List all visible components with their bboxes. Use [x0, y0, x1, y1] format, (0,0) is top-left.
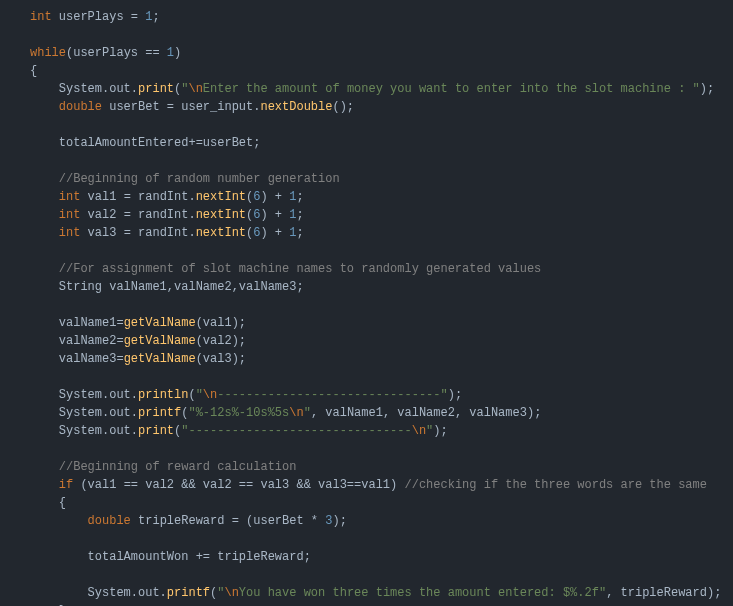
- code-line: int val1 = randInt.nextInt(6) + 1;: [30, 190, 304, 204]
- code-line: System.out.printf("\nYou have won three …: [30, 586, 721, 600]
- code-line: double tripleReward = (userBet * 3);: [30, 514, 347, 528]
- code-line: //Beginning of random number generation: [30, 172, 340, 186]
- code-line: int val2 = randInt.nextInt(6) + 1;: [30, 208, 304, 222]
- code-line: {: [30, 64, 37, 78]
- code-line: valName2=getValName(val2);: [30, 334, 246, 348]
- code-line: System.out.print("----------------------…: [30, 424, 448, 438]
- code-line: String valName1,valName2,valName3;: [30, 280, 304, 294]
- code-line: valName3=getValName(val3);: [30, 352, 246, 366]
- code-line: double userBet = user_input.nextDouble()…: [30, 100, 354, 114]
- code-line: //For assignment of slot machine names t…: [30, 262, 541, 276]
- code-line: if (val1 == val2 && val2 == val3 && val3…: [30, 478, 707, 492]
- code-line: int userPlays = 1;: [30, 10, 160, 24]
- code-line: //Beginning of reward calculation: [30, 460, 296, 474]
- code-line: int val3 = randInt.nextInt(6) + 1;: [30, 226, 304, 240]
- code-line: System.out.print("\nEnter the amount of …: [30, 82, 714, 96]
- code-line: {: [30, 496, 66, 510]
- code-line: totalAmountWon += tripleReward;: [30, 550, 311, 564]
- code-editor[interactable]: int userPlays = 1; while(userPlays == 1)…: [30, 8, 733, 606]
- code-line: System.out.printf("%-12s%-10s%5s\n", val…: [30, 406, 541, 420]
- code-line: totalAmountEntered+=userBet;: [30, 136, 260, 150]
- code-line: valName1=getValName(val1);: [30, 316, 246, 330]
- code-line: System.out.println("\n------------------…: [30, 388, 462, 402]
- code-line: while(userPlays == 1): [30, 46, 181, 60]
